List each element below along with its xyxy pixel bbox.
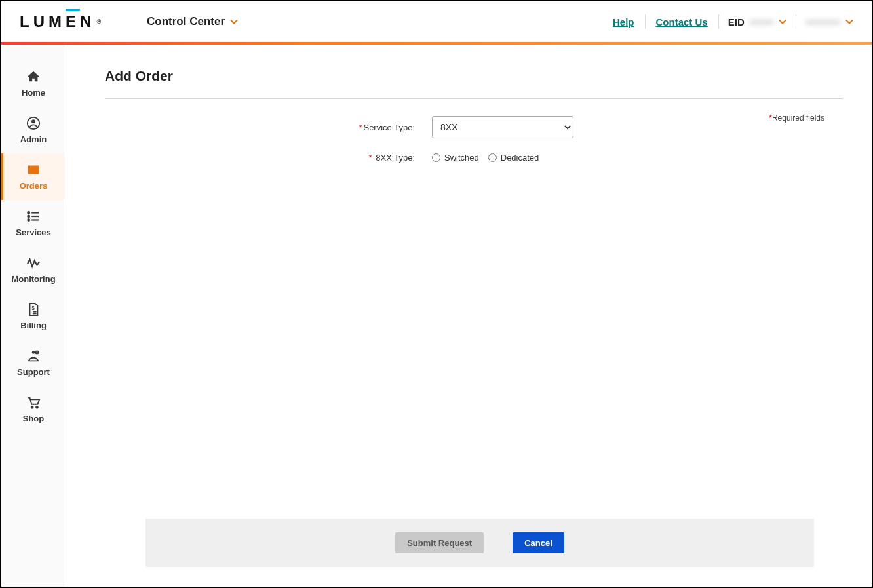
svg-point-2 <box>28 212 29 214</box>
action-bar: Submit Request Cancel <box>146 519 814 567</box>
sidebar-item-orders[interactable]: Orders <box>1 153 64 200</box>
radio-switched-label: Switched <box>444 153 479 163</box>
brand-logo: L U M E N ® <box>20 12 101 31</box>
user-circle-icon <box>26 116 41 130</box>
registered-mark: ® <box>96 18 101 25</box>
logo-letter: M <box>48 12 66 31</box>
form-panel: *Required fields *Service Type: 8XX * 8X… <box>105 98 843 519</box>
sidebar-item-shop[interactable]: Shop <box>1 386 64 433</box>
list-icon <box>26 209 41 224</box>
support-icon <box>26 349 41 363</box>
sidebar-item-label: Shop <box>23 414 45 423</box>
app-switcher-label: Control Center <box>147 15 225 28</box>
submit-request-button[interactable]: Submit Request <box>395 532 484 553</box>
home-icon <box>26 69 41 84</box>
svg-point-6 <box>28 219 29 221</box>
svg-point-11 <box>32 351 35 354</box>
eid-value: ••••••• <box>750 16 774 28</box>
top-bar: L U M E N ® Control Center Help Contact … <box>1 1 872 42</box>
logo-letter: U <box>33 12 48 31</box>
sidebar-item-admin[interactable]: Admin <box>1 107 64 153</box>
service-type-select[interactable]: 8XX <box>432 116 573 138</box>
sidebar: Home Admin Orders Services Monitoring <box>1 45 64 587</box>
contact-us-link[interactable]: Contact Us <box>646 16 718 28</box>
logo-letter-e: E <box>66 12 80 31</box>
svg-point-14 <box>36 406 38 408</box>
xxtype-label: * 8XX Type: <box>123 153 415 163</box>
sidebar-item-label: Billing <box>20 321 47 330</box>
cart-icon <box>26 395 41 410</box>
inbox-icon <box>26 163 41 177</box>
sidebar-item-services[interactable]: Services <box>1 200 64 246</box>
cancel-button[interactable]: Cancel <box>513 532 564 553</box>
sidebar-item-label: Support <box>17 367 50 377</box>
sidebar-item-label: Orders <box>20 181 48 191</box>
logo-letter: N <box>80 12 95 31</box>
user-value: •••••••••• <box>805 16 840 28</box>
activity-icon <box>26 256 41 270</box>
sidebar-item-billing[interactable]: $ Billing <box>1 293 64 340</box>
sidebar-item-label: Services <box>16 227 51 237</box>
top-right-area: Help Contact Us EID ••••••• •••••••••• <box>602 14 853 29</box>
sidebar-item-home[interactable]: Home <box>1 60 64 107</box>
svg-text:$: $ <box>31 305 35 311</box>
radio-dedicated-label: Dedicated <box>501 153 539 163</box>
sidebar-item-label: Admin <box>20 134 47 144</box>
row-service-type: *Service Type: 8XX <box>123 116 824 138</box>
eid-label: EID <box>728 16 745 28</box>
help-link[interactable]: Help <box>602 16 645 28</box>
radio-dedicated[interactable]: Dedicated <box>488 153 539 163</box>
svg-point-4 <box>28 216 29 218</box>
page-title: Add Order <box>105 68 843 84</box>
invoice-icon: $ <box>26 302 41 317</box>
xxtype-radio-group: Switched Dedicated <box>432 153 539 163</box>
radio-dedicated-input[interactable] <box>488 153 497 162</box>
sidebar-item-monitoring[interactable]: Monitoring <box>1 246 64 293</box>
sidebar-item-support[interactable]: Support <box>1 340 64 386</box>
eid-dropdown[interactable]: EID ••••••• <box>719 16 796 28</box>
main-area: Add Order *Required fields *Service Type… <box>64 45 872 587</box>
chevron-down-icon <box>845 18 853 26</box>
required-fields-note: *Required fields <box>769 113 824 123</box>
svg-point-1 <box>31 119 35 123</box>
row-8xx-type: * 8XX Type: Switched Dedicated <box>123 153 824 163</box>
chevron-down-icon <box>230 18 238 26</box>
sidebar-item-label: Home <box>22 88 45 98</box>
sidebar-item-label: Monitoring <box>11 274 55 284</box>
svg-point-13 <box>31 406 33 408</box>
chevron-down-icon <box>779 18 786 26</box>
service-type-label: *Service Type: <box>123 123 415 132</box>
logo-letter: L <box>20 12 33 31</box>
user-dropdown[interactable]: •••••••••• <box>796 16 853 28</box>
app-switcher[interactable]: Control Center <box>147 15 238 28</box>
radio-switched-input[interactable] <box>432 153 440 162</box>
radio-switched[interactable]: Switched <box>432 153 479 163</box>
